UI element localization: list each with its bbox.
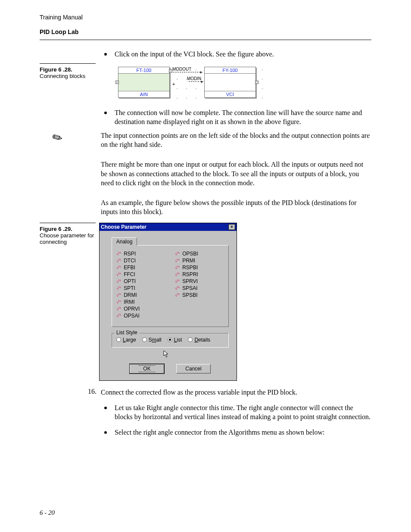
bullet-text: Let us take Right angle connector this t…: [115, 403, 371, 422]
block-fy100-title: FY-100: [205, 67, 255, 74]
param-glyph-icon: √^: [175, 286, 180, 291]
param-label: IRMI: [124, 299, 134, 305]
param-glyph-icon: √^: [116, 306, 121, 311]
param-label: EFBI: [124, 264, 135, 271]
figure-628-caption: Connecting blocks: [40, 73, 96, 79]
radio-icon: [116, 337, 121, 342]
bullet-text: Select the right angle connector from th…: [115, 428, 371, 437]
param-item-spsai[interactable]: √^SPSAI: [175, 285, 225, 291]
tab-analog[interactable]: Analog: [112, 237, 137, 246]
block-fy100-body: [205, 74, 255, 91]
param-label: SPSAI: [182, 285, 197, 291]
param-glyph-icon: √^: [116, 251, 121, 256]
param-glyph-icon: √^: [175, 279, 180, 284]
parameter-panel: √^RSPI√^DTCI√^EFBI√^FFCI√^OPTI√^SPTI√^DR…: [112, 245, 229, 327]
figure-label-629: Figure 6 .29. Choose parameter for conne…: [40, 223, 96, 381]
bullet-text: The connection will now be complete. The…: [115, 108, 371, 127]
param-label: OPRVI: [124, 306, 140, 312]
param-glyph-icon: √^: [116, 286, 121, 291]
dialog-button-row: OK Cancel: [112, 364, 229, 373]
dashed-arrow-1: [173, 72, 202, 72]
header-manual: Training Manual: [40, 14, 371, 21]
param-item-rspri[interactable]: √^RSPRI: [175, 271, 225, 277]
param-label: DRMI: [124, 292, 137, 298]
dialog-titlebar[interactable]: Choose Parameter ×: [100, 223, 237, 231]
port-left-out: [169, 69, 172, 73]
param-column-1: √^RSPI√^DTCI√^EFBI√^FFCI√^OPTI√^SPTI√^DR…: [116, 250, 166, 320]
cancel-button[interactable]: Cancel: [176, 364, 211, 373]
radio-icon: [168, 337, 172, 342]
bullet-icon: [104, 112, 107, 114]
param-item-sprvi[interactable]: √^SPRVI: [175, 278, 225, 284]
param-item-drmi[interactable]: √^DRMI: [116, 292, 166, 298]
bullet-item: The connection will now be complete. The…: [101, 108, 371, 127]
plus-symbol: +: [172, 81, 175, 87]
param-label: OPTI: [124, 278, 136, 284]
param-item-opti[interactable]: √^OPTI: [116, 278, 166, 284]
param-label: SPRVI: [182, 278, 198, 284]
label-modin: MODIN: [187, 76, 201, 81]
figure-629-caption: Choose parameter for connecting: [40, 232, 96, 245]
cursor-icon: [163, 350, 169, 358]
param-glyph-icon: √^: [116, 299, 121, 305]
pencil-icon: ✎: [50, 129, 65, 146]
radio-large[interactable]: Large: [116, 337, 136, 343]
figure-628-diagram: FT-100 AIN FY-100 VCI MODOUT MODIN: [101, 63, 371, 106]
radio-row: Large Small List: [116, 337, 224, 343]
block-ft100: FT-100 AIN: [118, 67, 170, 98]
param-column-2: √^OPSBI√^PRMI√^RSPBI√^RSPRI√^SPRVI√^SPSA…: [175, 250, 225, 320]
block-ft100-title: FT-100: [118, 67, 169, 74]
param-item-spsbi[interactable]: √^SPSBI: [175, 292, 225, 298]
radio-details[interactable]: Details: [188, 337, 210, 343]
figure-label-628: Figure 6 .28. Connecting blocks: [40, 63, 96, 106]
radio-icon: [142, 337, 147, 342]
param-label: OPSAI: [124, 313, 140, 319]
dialog-title: Choose Parameter: [101, 224, 146, 230]
param-item-opsai[interactable]: √^OPSAI: [116, 313, 166, 319]
radio-list[interactable]: List: [168, 337, 182, 343]
param-glyph-icon: √^: [175, 251, 180, 256]
param-label: PRMI: [182, 258, 195, 264]
param-label: RSPBI: [182, 264, 198, 271]
param-item-dtci[interactable]: √^DTCI: [116, 258, 166, 264]
param-label: SPTI: [124, 285, 135, 291]
group-title: List Style: [115, 330, 139, 336]
param-label: FFCI: [124, 271, 135, 277]
param-glyph-icon: √^: [175, 292, 180, 298]
param-label: RSPI: [124, 251, 136, 257]
bullet-item: Click on the input of the VCI block. See…: [101, 50, 371, 59]
param-glyph-icon: √^: [175, 272, 180, 277]
param-glyph-icon: √^: [116, 258, 121, 263]
block-ft100-body: [118, 74, 169, 91]
param-item-prmi[interactable]: √^PRMI: [175, 258, 225, 264]
dashed-arrow-2: [189, 81, 203, 82]
param-item-spti[interactable]: √^SPTI: [116, 285, 166, 291]
param-glyph-icon: √^: [116, 279, 121, 284]
paragraph: As an example, the figure below shows th…: [101, 198, 371, 217]
param-glyph-icon: √^: [175, 265, 180, 270]
param-glyph-icon: √^: [116, 313, 121, 318]
param-item-irmi[interactable]: √^IRMI: [116, 299, 166, 305]
port-right-out: [255, 81, 258, 84]
param-item-efbi[interactable]: √^EFBI: [116, 264, 166, 271]
port-left-in: [115, 81, 119, 84]
close-button[interactable]: ×: [228, 224, 235, 230]
param-item-rspi[interactable]: √^RSPI: [116, 251, 166, 257]
bullet-icon: [104, 431, 107, 434]
param-item-rspbi[interactable]: √^RSPBI: [175, 264, 225, 271]
param-glyph-icon: √^: [116, 272, 121, 277]
param-item-oprvi[interactable]: √^OPRVI: [116, 306, 166, 312]
param-item-opsbi[interactable]: √^OPSBI: [175, 251, 225, 257]
param-glyph-icon: √^: [175, 258, 180, 263]
page: Training Manual PID Loop Lab Click on th…: [0, 0, 411, 532]
param-label: SPSBI: [182, 292, 197, 298]
step-16: 16. Connect the corrected flow as the pr…: [101, 388, 371, 397]
param-glyph-icon: √^: [116, 292, 121, 298]
radio-small[interactable]: Small: [142, 337, 162, 343]
ok-button[interactable]: OK: [130, 364, 164, 373]
figure-629-wrap: Choose Parameter × Analog √^RSPI√^DTCI√^…: [101, 223, 371, 381]
param-item-ffci[interactable]: √^FFCI: [116, 271, 166, 277]
choose-parameter-dialog: Choose Parameter × Analog √^RSPI√^DTCI√^…: [99, 223, 237, 381]
header-rule: [40, 40, 371, 40]
body-grid: Click on the input of the VCI block. See…: [40, 48, 371, 441]
